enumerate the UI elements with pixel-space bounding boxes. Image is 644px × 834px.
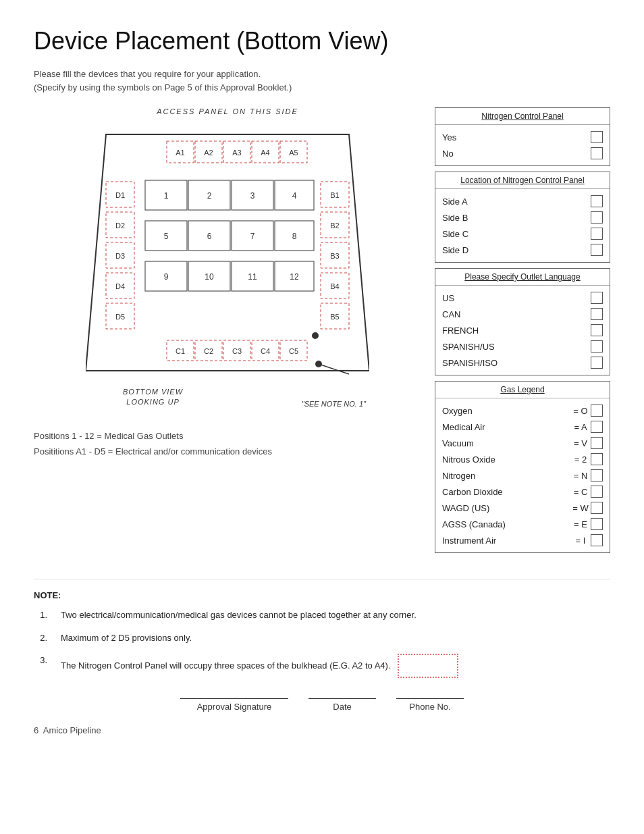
note-2: 2. Maximum of 2 D5 provisions only. xyxy=(34,631,610,645)
location-sideD-row: Side D xyxy=(442,242,603,258)
gas-nitrous-checkbox[interactable] xyxy=(591,453,603,465)
gas-nitrous-row: Nitrous Oxide = 2 xyxy=(442,451,603,467)
bottom-view-label: BOTTOM VIEW LOOKING UP xyxy=(123,387,183,408)
svg-text:C5: C5 xyxy=(289,347,298,355)
note-1-num: 1. xyxy=(34,608,47,622)
svg-text:D2: D2 xyxy=(115,221,125,230)
gas-wagd-row: WAGD (US) = W xyxy=(442,500,603,516)
note-3-text: The Nitrogen Control Panel will occupy t… xyxy=(61,654,610,678)
left-column: ACCESS PANEL ON THIS SIDE A1 A2 A3 A4 xyxy=(34,107,421,460)
outlet-spanish-iso-checkbox[interactable] xyxy=(591,357,603,369)
outlet-spanish-us-checkbox[interactable] xyxy=(591,340,603,353)
location-sideC-checkbox[interactable] xyxy=(591,228,603,240)
page-title: Device Placement (Bottom View) xyxy=(34,27,610,55)
gas-vacuum-checkbox[interactable] xyxy=(591,437,603,449)
outlet-french-label: FRENCH xyxy=(442,325,591,336)
gas-medical-air-eq: = A xyxy=(570,422,591,432)
date-sig-line[interactable] xyxy=(308,698,376,699)
outlet-french-checkbox[interactable] xyxy=(591,324,603,336)
approval-sig-block: Approval Signature xyxy=(180,698,288,712)
position-notes: Positions 1 - 12 = Medical Gas Outlets P… xyxy=(34,428,421,460)
svg-text:D3: D3 xyxy=(115,252,125,260)
nitrogen-yes-checkbox[interactable] xyxy=(591,131,603,143)
nitrogen-no-row: No xyxy=(442,145,603,161)
nitrogen-panel-body: Yes No xyxy=(435,125,610,165)
panel-diagram: A1 A2 A3 A4 A5 D1 D2 xyxy=(86,121,369,384)
phone-sig-line[interactable] xyxy=(396,698,464,699)
gas-legend-header: Gas Legend xyxy=(435,382,610,398)
gas-wagd-eq: = W xyxy=(570,503,591,513)
gas-instrument-air-eq: = I xyxy=(570,536,591,546)
gas-co2-checkbox[interactable] xyxy=(591,486,603,498)
svg-text:C3: C3 xyxy=(232,347,242,355)
approval-sig-line[interactable] xyxy=(180,698,288,699)
gas-nitrogen-eq: = N xyxy=(570,471,591,481)
svg-text:C2: C2 xyxy=(204,347,213,355)
svg-text:10: 10 xyxy=(205,272,214,282)
outlet-can-checkbox[interactable] xyxy=(591,308,603,320)
bottom-labels: BOTTOM VIEW LOOKING UP "SEE NOTE NO. 1" xyxy=(82,387,373,408)
location-panel-header: Location of Nitrogen Control Panel xyxy=(435,172,610,189)
location-sideC-row: Side C xyxy=(442,226,603,242)
svg-point-65 xyxy=(312,332,319,339)
gas-oxygen-eq: = O xyxy=(570,406,591,416)
gas-oxygen-checkbox[interactable] xyxy=(591,405,603,417)
nitrogen-panel: Nitrogen Control Panel Yes No xyxy=(435,107,610,166)
location-sideA-label: Side A xyxy=(442,197,591,207)
gas-legend-panel: Gas Legend Oxygen = O Medical Air = A Va… xyxy=(435,381,610,553)
gas-nitrous-eq: = 2 xyxy=(570,454,591,465)
gas-instrument-air-checkbox[interactable] xyxy=(591,534,603,546)
outlet-us-checkbox[interactable] xyxy=(591,292,603,304)
svg-text:C4: C4 xyxy=(261,347,270,355)
gas-nitrogen-label: Nitrogen xyxy=(442,471,570,481)
outlet-panel-header: Please Specify Outlet Language xyxy=(435,269,610,286)
gas-medical-air-row: Medical Air = A xyxy=(442,419,603,435)
svg-text:7: 7 xyxy=(250,232,255,241)
note-2-num: 2. xyxy=(34,631,47,645)
location-sideA-row: Side A xyxy=(442,193,603,209)
note-3-num: 3. xyxy=(34,654,47,667)
gas-vacuum-row: Vacuum = V xyxy=(442,435,603,451)
gas-medical-air-checkbox[interactable] xyxy=(591,421,603,433)
location-sideB-checkbox[interactable] xyxy=(591,211,603,224)
svg-text:D1: D1 xyxy=(115,191,125,199)
outlet-us-row: US xyxy=(442,290,603,306)
svg-line-67 xyxy=(319,364,349,374)
outlet-spanish-us-row: SPANISH/US xyxy=(442,338,603,355)
svg-text:8: 8 xyxy=(292,232,297,241)
svg-text:1: 1 xyxy=(164,191,169,201)
gas-oxygen-label: Oxygen xyxy=(442,406,570,416)
gas-agss-row: AGSS (Canada) = E xyxy=(442,516,603,532)
svg-text:B2: B2 xyxy=(330,221,339,230)
location-sideD-checkbox[interactable] xyxy=(591,244,603,256)
access-panel-label: ACCESS PANEL ON THIS SIDE xyxy=(82,107,373,115)
outlet-panel-body: US CAN FRENCH SPANISH/US SPANISH/ISO xyxy=(435,286,610,375)
svg-text:B4: B4 xyxy=(330,282,339,290)
nitrogen-no-label: No xyxy=(442,149,591,159)
outlet-can-label: CAN xyxy=(442,309,591,319)
signature-section: Approval Signature Date Phone No. xyxy=(34,698,610,712)
gas-nitrogen-checkbox[interactable] xyxy=(591,469,603,481)
gas-vacuum-eq: = V xyxy=(570,438,591,448)
gas-vacuum-label: Vacuum xyxy=(442,438,570,448)
nitrogen-no-checkbox[interactable] xyxy=(591,147,603,159)
svg-text:12: 12 xyxy=(290,272,299,282)
outlet-spanish-iso-row: SPANISH/ISO xyxy=(442,355,603,371)
gas-medical-air-label: Medical Air xyxy=(442,422,570,432)
phone-sig-block: Phone No. xyxy=(396,698,464,712)
diagram-container: ACCESS PANEL ON THIS SIDE A1 A2 A3 A4 xyxy=(82,107,373,408)
outlet-french-row: FRENCH xyxy=(442,322,603,338)
location-sideB-label: Side B xyxy=(442,213,591,223)
intro-text: Please fill the devices that you require… xyxy=(34,68,610,94)
notes-section: NOTE: 1. Two electrical/communication/me… xyxy=(34,579,610,678)
svg-text:9: 9 xyxy=(164,272,169,282)
location-sideC-label: Side C xyxy=(442,229,591,239)
gas-agss-checkbox[interactable] xyxy=(591,518,603,530)
location-sideA-checkbox[interactable] xyxy=(591,195,603,207)
svg-text:A1: A1 xyxy=(176,149,184,157)
see-note-label: "SEE NOTE NO. 1" xyxy=(302,400,366,408)
gas-wagd-checkbox[interactable] xyxy=(591,502,603,514)
svg-text:A5: A5 xyxy=(289,149,298,157)
note-1-text: Two electrical/communication/medical gas… xyxy=(61,608,610,622)
location-sideD-label: Side D xyxy=(442,245,591,255)
